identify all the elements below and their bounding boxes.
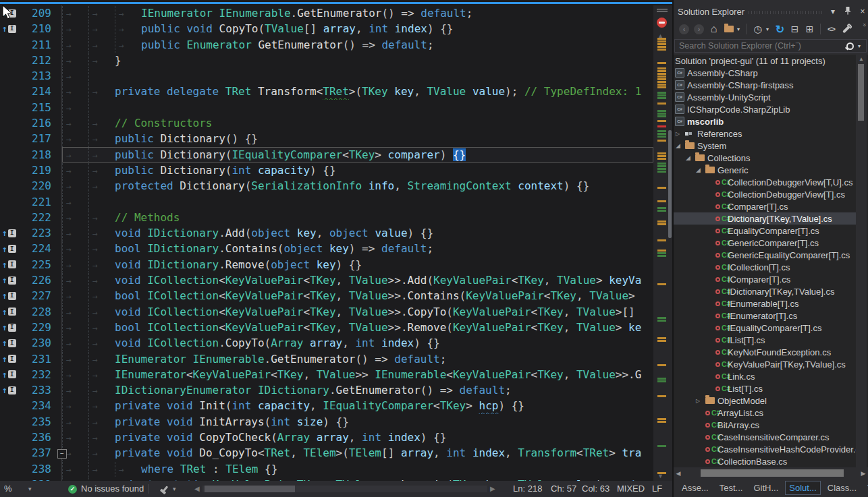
- tree-item[interactable]: C#GenericEqualityComparer[T].cs: [674, 249, 856, 261]
- outlining-margin[interactable]: [51, 382, 62, 398]
- code-line[interactable]: ↑I225→→void IDictionary.Remove(object ke…: [0, 257, 653, 272]
- override-indicator-icon[interactable]: ↑I: [0, 335, 23, 351]
- override-indicator-icon[interactable]: ↑I: [0, 288, 23, 303]
- code-text[interactable]: →→void ICollection<KeyValuePair<TKey, TV…: [62, 304, 653, 320]
- outlining-margin[interactable]: [51, 367, 62, 382]
- code-line[interactable]: ↑I233→→IDictionaryEnumerator IDictionary…: [0, 382, 653, 398]
- collapse-all-icon[interactable]: ⊟: [788, 23, 801, 36]
- tree-item[interactable]: C#EqualityComparer[T].cs: [674, 225, 856, 237]
- code-text[interactable]: →→: [62, 68, 653, 84]
- code-line[interactable]: 216→→// Constructors: [0, 115, 653, 131]
- code-line[interactable]: 214→→private delegate TRet Transform<TRe…: [0, 84, 653, 99]
- code-text[interactable]: →→// Methods: [62, 210, 653, 225]
- tool-tab-test[interactable]: Test...: [715, 481, 747, 495]
- code-line[interactable]: 237→→private void Do_CopyTo<TRet, TElem>…: [0, 445, 653, 461]
- tree-item[interactable]: C#GenericComparer[T].cs: [674, 237, 856, 249]
- outlining-margin[interactable]: [51, 257, 62, 272]
- code-line[interactable]: 220→→protected Dictionary(SerializationI…: [0, 178, 653, 194]
- tree-item[interactable]: C#ICSharpCode.SharpZipLib: [674, 103, 856, 115]
- search-icon[interactable]: [846, 42, 854, 50]
- code-line[interactable]: 221→→: [0, 194, 653, 210]
- encoding-indicator[interactable]: MIXED: [617, 481, 645, 497]
- code-line[interactable]: 212→→}: [0, 53, 653, 68]
- tree-item[interactable]: C#Assembly-UnityScript: [674, 91, 856, 103]
- close-icon[interactable]: ×: [857, 7, 868, 16]
- eol-indicator[interactable]: LF: [652, 481, 662, 497]
- toolbar-overflow-icon[interactable]: »: [861, 23, 867, 26]
- tree-item[interactable]: C#Link.cs: [674, 370, 856, 382]
- document-health-icon[interactable]: [657, 18, 667, 28]
- code-text[interactable]: →→private void Init(int capacity, IEqual…: [62, 398, 653, 413]
- filter-caret-icon[interactable]: ▾: [766, 26, 771, 32]
- tree-item[interactable]: ◢Collections: [674, 152, 856, 164]
- solution-root-item[interactable]: Solution 'project-gui' (11 of 11 project…: [674, 55, 856, 67]
- tree-item[interactable]: ▷ObjectModel: [674, 394, 856, 407]
- code-line[interactable]: ↑I209→→→IEnumerator IEnumerable.GetEnume…: [0, 5, 653, 21]
- outlining-margin[interactable]: [51, 178, 62, 194]
- outlining-margin[interactable]: [51, 84, 62, 99]
- tree-item[interactable]: C#Assembly-CSharp: [674, 67, 856, 79]
- override-indicator-icon[interactable]: ↑I: [0, 367, 23, 382]
- tree-item[interactable]: C#CollectionBase.cs: [674, 455, 856, 467]
- code-line[interactable]: ↑I224→→bool IDictionary.Contains(object …: [0, 241, 653, 256]
- code-text[interactable]: →→void ICollection<KeyValuePair<TKey, TV…: [62, 272, 653, 288]
- code-line[interactable]: 215→→: [0, 100, 653, 115]
- outlining-margin[interactable]: [51, 37, 62, 53]
- code-text[interactable]: →→void IDictionary.Remove(object key) {}: [62, 257, 653, 272]
- override-indicator-icon[interactable]: ↑I: [0, 272, 23, 288]
- code-line[interactable]: ↑I232→→IEnumerator<KeyValuePair<TKey, TV…: [0, 367, 653, 382]
- tree-scroll-left-icon[interactable]: ◀: [674, 470, 683, 477]
- pending-changes-filter-icon[interactable]: ◷: [751, 23, 764, 36]
- code-text[interactable]: →→void IDictionary.Add(object key, objec…: [62, 225, 653, 241]
- outlining-margin[interactable]: [51, 351, 62, 367]
- tree-item[interactable]: C#Comparer[T].cs: [674, 200, 856, 212]
- pin-icon[interactable]: [842, 6, 853, 17]
- override-indicator-icon[interactable]: ↑I: [0, 320, 23, 335]
- outline-collapse-icon[interactable]: −: [57, 449, 67, 459]
- tool-tab-gith[interactable]: GitH...: [749, 481, 782, 495]
- code-text[interactable]: →→: [62, 100, 653, 115]
- outlining-margin[interactable]: [51, 304, 62, 320]
- code-text[interactable]: →→bool IDictionary.Contains(object key) …: [62, 241, 653, 256]
- tree-item[interactable]: C#IList[T].cs: [674, 334, 856, 346]
- outlining-margin[interactable]: [51, 398, 62, 413]
- view-code-icon[interactable]: <>: [825, 23, 838, 36]
- home-icon[interactable]: ⌂: [707, 23, 720, 36]
- code-text[interactable]: →→bool ICollection<KeyValuePair<TKey, TV…: [62, 288, 653, 303]
- solution-search-box[interactable]: Search Solution Explorer (Ctrl+¨) ▾: [674, 39, 867, 53]
- tree-item[interactable]: C#ICollection[T].cs: [674, 261, 856, 273]
- outlining-margin[interactable]: [51, 430, 62, 445]
- tree-item[interactable]: C#IComparer[T].cs: [674, 273, 856, 285]
- code-cleanup-caret-icon[interactable]: ▾: [173, 481, 176, 497]
- char-indicator[interactable]: Ch: 57: [551, 481, 576, 497]
- code-text[interactable]: →→private void CopyToCheck(Array array, …: [62, 430, 653, 445]
- editor-hscroll-track[interactable]: [202, 486, 487, 492]
- code-text[interactable]: →→→IEnumerator IEnumerable.GetEnumerator…: [62, 5, 653, 21]
- code-text[interactable]: →→→public Enumerator GetEnumerator() => …: [62, 37, 653, 53]
- scroll-down-icon[interactable]: ▼: [657, 473, 663, 479]
- code-line[interactable]: 213→→: [0, 68, 653, 84]
- outlining-margin[interactable]: [51, 288, 62, 303]
- outlining-margin[interactable]: [51, 131, 62, 146]
- code-area[interactable]: ↑I209→→→IEnumerator IEnumerable.GetEnume…: [0, 5, 653, 481]
- search-caret-icon[interactable]: ▾: [858, 43, 863, 49]
- hscroll-right-icon[interactable]: ▶: [490, 481, 495, 497]
- solution-tree[interactable]: Solution 'project-gui' (11 of 11 project…: [674, 55, 856, 467]
- code-editor[interactable]: ↑I209→→→IEnumerator IEnumerable.GetEnume…: [0, 0, 672, 481]
- expander-open-icon[interactable]: ◢: [676, 142, 685, 149]
- code-text[interactable]: →→public Dictionary() {}: [62, 131, 653, 146]
- tree-item[interactable]: C#IDictionary[TKey,TValue].cs: [674, 285, 856, 297]
- properties-wrench-icon[interactable]: [840, 23, 852, 36]
- outlining-margin[interactable]: [51, 194, 62, 210]
- editor-vscroll-thumb[interactable]: [668, 130, 672, 238]
- back-icon[interactable]: ‹: [678, 23, 690, 36]
- code-text[interactable]: →→→where TRet : TElem {}: [62, 461, 653, 477]
- code-line[interactable]: 222→→// Methods: [0, 210, 653, 225]
- tree-hscroll-thumb[interactable]: [701, 469, 844, 477]
- code-line[interactable]: 235→→private void InitArrays(int size) {…: [0, 414, 653, 430]
- code-text[interactable]: →→void ICollection.CopyTo(Array array, i…: [62, 335, 653, 351]
- outlining-margin[interactable]: [51, 21, 62, 36]
- outlining-margin[interactable]: [51, 100, 62, 115]
- outlining-margin[interactable]: [51, 53, 62, 68]
- tree-item[interactable]: C#IEqualityComparer[T].cs: [674, 322, 856, 334]
